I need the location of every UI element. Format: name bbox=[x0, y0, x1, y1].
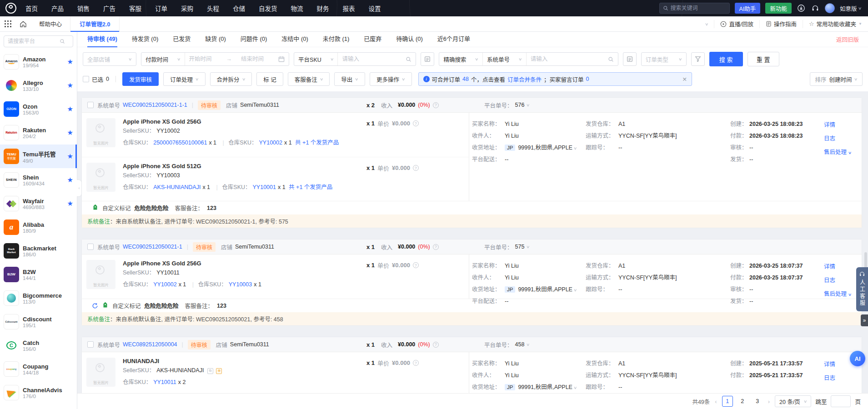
sidebar-item-channeladvisor[interactable]: ChannelAdvis176/0 bbox=[0, 381, 77, 404]
tab-pending-confirm[interactable]: 待确认 (0) bbox=[396, 32, 423, 47]
ai-fab-button[interactable]: AI bbox=[850, 351, 865, 366]
sidebar-item-alibaba[interactable]: a Alibaba180/9 bbox=[0, 215, 77, 239]
combine-icon[interactable]: ⊕ bbox=[216, 368, 222, 374]
tab-pending-audit[interactable]: 待审核 (49) bbox=[87, 32, 117, 47]
order-no-type-select[interactable]: 系统单号∨ bbox=[482, 53, 526, 65]
menu-item-finance[interactable]: 财务 bbox=[317, 4, 329, 13]
question-icon[interactable]: ? bbox=[413, 165, 419, 171]
global-search-input[interactable] bbox=[671, 5, 721, 11]
new-feature-button[interactable]: 新功能 bbox=[765, 3, 792, 14]
order-process-button[interactable]: 订单处理∨ bbox=[163, 72, 206, 86]
sidebar-item-wayfair[interactable]: Wayfair4690/883 ★ bbox=[0, 192, 77, 215]
export-button[interactable]: 导出∨ bbox=[334, 72, 365, 86]
star-icon[interactable]: ★ bbox=[67, 176, 73, 184]
star-icon[interactable]: ★ bbox=[67, 81, 73, 90]
warehouse-sku-link[interactable]: YY10011 bbox=[153, 379, 176, 385]
star-icon[interactable]: ★ bbox=[67, 105, 73, 113]
menu-item-orders[interactable]: 订单 bbox=[155, 4, 167, 13]
detail-link[interactable]: 详情 bbox=[824, 122, 835, 128]
tab-frozen[interactable]: 冻结中 (0) bbox=[281, 32, 308, 47]
date-range-picker[interactable]: → bbox=[185, 53, 289, 65]
detail-link[interactable]: 详情 bbox=[824, 264, 835, 270]
menu-item-service[interactable]: 客服 bbox=[129, 4, 141, 13]
advanced-filter-button[interactable] bbox=[691, 52, 705, 66]
expand-panel-icon[interactable]: » bbox=[861, 314, 868, 326]
menu-item-warehouse[interactable]: 仓储 bbox=[233, 4, 245, 13]
prev-page-icon[interactable]: ‹ bbox=[714, 398, 717, 405]
live-replay-link[interactable]: 直播/回放 bbox=[714, 20, 759, 28]
sidebar-item-catch[interactable]: C Catch156/0 bbox=[0, 334, 77, 357]
end-date-input[interactable] bbox=[241, 56, 269, 62]
merge-split-button[interactable]: 合并拆分∨ bbox=[210, 72, 252, 86]
sort-select[interactable]: 排序创建时间∨ bbox=[810, 72, 863, 86]
warehouse-sku-link[interactable]: YY10003 bbox=[229, 281, 252, 288]
order-no-input[interactable] bbox=[531, 56, 599, 62]
warehouse-sku-link[interactable]: YY10001 bbox=[253, 184, 276, 190]
version-menu[interactable]: 如意版∨ bbox=[840, 4, 862, 13]
menu-item-sales[interactable]: 销售 bbox=[77, 4, 90, 13]
close-icon[interactable]: ✕ bbox=[682, 76, 687, 83]
sidebar-item-ozon[interactable]: OZON Ozon1563/0 ★ bbox=[0, 97, 77, 121]
star-icon[interactable]: ★ bbox=[67, 129, 73, 137]
more-actions-button[interactable]: 更多操作∨ bbox=[370, 72, 412, 86]
tab-shipped[interactable]: 已发货 bbox=[173, 32, 191, 47]
platform-order-no[interactable]: 平台单号： 576 ∨ bbox=[484, 101, 530, 110]
question-icon[interactable]: ? bbox=[413, 360, 419, 366]
order-type-select[interactable]: 订单类型∨ bbox=[641, 52, 687, 66]
menu-item-logistics[interactable]: 物流 bbox=[291, 4, 303, 13]
refresh-icon[interactable] bbox=[92, 303, 98, 309]
question-icon[interactable]: ? bbox=[413, 262, 419, 268]
next-page-icon[interactable]: › bbox=[767, 398, 771, 405]
log-link[interactable]: 日志 bbox=[824, 375, 835, 381]
batch-input-button[interactable] bbox=[623, 52, 637, 66]
reset-button[interactable]: 重 置 bbox=[748, 52, 779, 66]
merge-condition-link[interactable]: 订单合并条件 bbox=[507, 75, 542, 84]
global-search[interactable] bbox=[659, 3, 730, 14]
download-icon[interactable] bbox=[797, 4, 806, 13]
user-avatar[interactable] bbox=[825, 3, 835, 13]
page-size-select[interactable]: 20 条/页∨ bbox=[775, 395, 811, 407]
sku-search-input[interactable] bbox=[342, 56, 396, 62]
warehouse-sku-link[interactable]: AKS-HUNIANDAJI bbox=[153, 184, 201, 190]
page-2[interactable]: 2 bbox=[737, 396, 748, 407]
sidebar-item-allegro[interactable]: Allegro133/10 ★ bbox=[0, 74, 77, 97]
star-icon[interactable]: ★ bbox=[67, 58, 73, 66]
chevron-down-icon[interactable]: ∨ bbox=[573, 382, 577, 393]
menu-item-selfship[interactable]: 自发货 bbox=[259, 4, 277, 13]
sidebar-item-temu[interactable]: TEMU半托管 Temu半托管49/0 ★ bbox=[0, 145, 77, 168]
back-to-old-version-link[interactable]: 返回旧版 bbox=[836, 35, 859, 44]
operation-guide-link[interactable]: 操作指南 bbox=[759, 20, 803, 28]
tab-order-management[interactable]: 订单管理2.0 bbox=[70, 16, 120, 32]
home-icon[interactable] bbox=[15, 20, 31, 28]
exact-search-select[interactable]: 精确搜索∨ bbox=[439, 53, 482, 65]
order-number-link[interactable]: WEC0892512050004 bbox=[123, 341, 177, 348]
shop-select[interactable]: 全部店铺∨ bbox=[83, 52, 136, 66]
aftersale-link[interactable]: 售后处理 bbox=[824, 149, 847, 155]
menu-item-home[interactable]: 首页 bbox=[25, 4, 38, 13]
menu-item-ads[interactable]: 广告 bbox=[103, 4, 115, 13]
copy-icon[interactable]: ⧉ bbox=[207, 368, 213, 374]
question-icon[interactable]: ? bbox=[433, 102, 439, 108]
star-icon[interactable]: ★ bbox=[67, 200, 73, 208]
select-all-checkbox[interactable] bbox=[83, 76, 89, 82]
human-service-button[interactable]: 人工客服 bbox=[856, 267, 868, 311]
more-products-link[interactable]: 共 +1 个发货产品 bbox=[295, 140, 339, 146]
help-center-link[interactable]: 帮助中心 bbox=[31, 20, 70, 28]
ship-audit-button[interactable]: 发货审核 bbox=[122, 72, 159, 86]
ai-assistant-button[interactable]: AI助手 bbox=[735, 3, 761, 14]
page-3[interactable]: 3 bbox=[752, 396, 763, 407]
tab-pending-ship[interactable]: 待发货 (0) bbox=[132, 32, 159, 47]
page-1[interactable]: 1 bbox=[722, 396, 733, 407]
search-button[interactable]: 搜 索 bbox=[709, 52, 743, 66]
order-number-link[interactable]: WEC0902512050021-1 bbox=[123, 244, 182, 250]
tab-recent-6-months[interactable]: 近6个月订单 bbox=[437, 32, 470, 47]
log-link[interactable]: 日志 bbox=[824, 277, 835, 284]
order-checkbox[interactable] bbox=[87, 244, 94, 250]
menu-item-purchase[interactable]: 采购 bbox=[181, 4, 193, 13]
sidebar-item-backmarket[interactable]: BackMarket Backmarket186/0 bbox=[0, 239, 77, 263]
tab-list-dropdown[interactable]: ∨ bbox=[699, 20, 714, 28]
detail-link[interactable]: 详情 bbox=[824, 361, 835, 368]
tab-outofstock[interactable]: 缺货 (0) bbox=[205, 32, 226, 47]
platform-order-no[interactable]: 平台单号： 575 ∨ bbox=[484, 243, 530, 251]
favorites-menu[interactable]: ☆ 常用功能收藏夹 ▼ bbox=[803, 20, 868, 28]
